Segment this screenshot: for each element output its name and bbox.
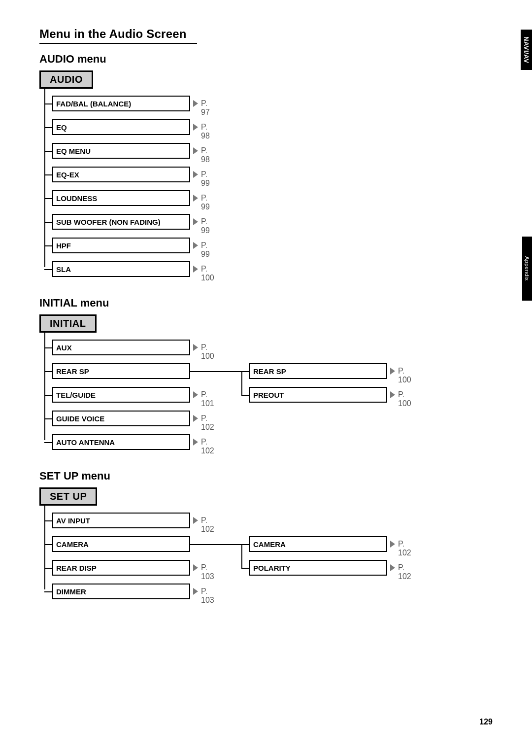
menu-item-box: SUB WOOFER (NON FADING) xyxy=(52,214,190,230)
page-title: Menu in the Audio Screen xyxy=(39,27,448,41)
page-ref-arrow-icon xyxy=(193,171,198,178)
page-ref: P. 102 xyxy=(398,540,411,557)
page-ref: P. 102 xyxy=(398,563,411,581)
submenu-item-box: PREOUT xyxy=(249,387,387,403)
menu-item-box: AUTO ANTENNA xyxy=(52,434,190,450)
tree-trunk xyxy=(44,333,45,440)
menu-item-box: EQ-EX xyxy=(52,167,190,182)
tree-branch xyxy=(44,395,52,396)
tree-branch xyxy=(44,103,52,104)
subtree-branch xyxy=(241,568,249,569)
subtree-branch xyxy=(241,371,249,372)
page-ref-arrow-icon xyxy=(193,439,198,446)
tree-trunk xyxy=(44,89,45,267)
page-ref-arrow-icon xyxy=(193,391,198,398)
page-ref: P. 99 xyxy=(201,194,210,211)
tree-trunk xyxy=(44,506,45,589)
submenu-item-box: POLARITY xyxy=(249,560,387,576)
tree-branch xyxy=(44,520,52,521)
menu-item-box: REAR SP xyxy=(52,363,190,379)
page-ref-arrow-icon xyxy=(390,368,395,375)
menu-item-box: DIMMER xyxy=(52,584,190,599)
initial-menu-head: INITIAL xyxy=(39,314,97,333)
page-ref: P. 100 xyxy=(201,343,214,361)
subtree-trunk xyxy=(241,544,242,568)
page-ref-arrow-icon xyxy=(193,415,198,422)
page-ref-arrow-icon xyxy=(193,588,198,595)
page-ref-arrow-icon xyxy=(193,218,198,225)
page-ref: P. 99 xyxy=(201,241,210,259)
subtree-trunk xyxy=(241,371,242,395)
setup-menu-head: SET UP xyxy=(39,487,97,506)
tree-branch xyxy=(44,269,52,270)
page-ref-arrow-icon xyxy=(193,147,198,154)
page-ref: P. 98 xyxy=(201,146,210,164)
tree-branch xyxy=(44,151,52,152)
menu-item-box: AUX xyxy=(52,340,190,355)
page-ref: P. 102 xyxy=(201,414,214,432)
tree-branch xyxy=(44,544,52,545)
menu-item-box: CAMERA xyxy=(52,536,190,552)
menu-item-box: FAD/BAL (BALANCE) xyxy=(52,96,190,111)
side-tab-navi-av: NAVI/AV xyxy=(521,30,532,70)
submenu-item-box: CAMERA xyxy=(249,536,387,552)
setup-section: SET UP menu SET UP AV INPUTP. 102CAMERAP… xyxy=(39,470,448,605)
page-ref: P. 100 xyxy=(398,390,411,408)
page-ref-arrow-icon xyxy=(193,242,198,249)
page-ref: P. 101 xyxy=(201,390,214,408)
page-ref: P. 100 xyxy=(398,367,411,384)
menu-item-box: LOUDNESS xyxy=(52,190,190,206)
menu-item-box: HPF xyxy=(52,238,190,253)
tree-branch xyxy=(44,222,52,223)
menu-item-box: TEL/GUIDE xyxy=(52,387,190,403)
page-number: 129 xyxy=(479,718,493,726)
tree-branch xyxy=(44,347,52,348)
page-ref-arrow-icon xyxy=(390,541,395,548)
audio-menu-head: AUDIO xyxy=(39,70,93,89)
page-ref-arrow-icon xyxy=(193,100,198,107)
page-ref-arrow-icon xyxy=(193,517,198,524)
side-tab-appendix: Appendix xyxy=(522,237,532,301)
page-ref-arrow-icon xyxy=(193,266,198,273)
page-ref: P. 97 xyxy=(201,99,210,117)
tree-connector xyxy=(190,371,241,372)
page-ref: P. 103 xyxy=(201,563,214,581)
audio-heading: AUDIO menu xyxy=(39,53,448,66)
tree-branch xyxy=(44,174,52,175)
title-rule xyxy=(39,43,197,44)
tree-branch xyxy=(44,127,52,128)
page-ref: P. 99 xyxy=(201,217,210,235)
page-ref: P. 102 xyxy=(201,516,214,534)
setup-heading: SET UP menu xyxy=(39,470,448,482)
menu-item-box: EQ xyxy=(52,119,190,135)
page-ref: P. 100 xyxy=(201,265,214,282)
tree-branch xyxy=(44,371,52,372)
tree-branch xyxy=(44,442,52,443)
menu-item-box: EQ MENU xyxy=(52,143,190,159)
initial-section: INITIAL menu INITIAL AUXP. 100REAR SPP. … xyxy=(39,297,448,456)
initial-heading: INITIAL menu xyxy=(39,297,448,309)
page-ref: P. 98 xyxy=(201,123,210,140)
page-ref-arrow-icon xyxy=(193,564,198,571)
menu-item-box: AV INPUT xyxy=(52,513,190,528)
menu-item-box: REAR DISP xyxy=(52,560,190,576)
subtree-branch xyxy=(241,544,249,545)
page-ref: P. 99 xyxy=(201,170,210,188)
tree-branch xyxy=(44,591,52,592)
menu-item-box: GUIDE VOICE xyxy=(52,411,190,426)
tree-connector xyxy=(190,544,241,545)
page-ref-arrow-icon xyxy=(390,391,395,398)
page-ref: P. 102 xyxy=(201,438,214,455)
page-ref: P. 103 xyxy=(201,587,214,605)
tree-branch xyxy=(44,245,52,246)
page-ref-arrow-icon xyxy=(193,124,198,131)
page-ref-arrow-icon xyxy=(193,195,198,202)
menu-item-box: SLA xyxy=(52,261,190,277)
tree-branch xyxy=(44,418,52,419)
submenu-item-box: REAR SP xyxy=(249,363,387,379)
page-ref-arrow-icon xyxy=(193,344,198,351)
subtree-branch xyxy=(241,395,249,396)
tree-branch xyxy=(44,198,52,199)
audio-section: AUDIO menu AUDIO FAD/BAL (BALANCE)P. 97E… xyxy=(39,53,448,283)
tree-branch xyxy=(44,568,52,569)
